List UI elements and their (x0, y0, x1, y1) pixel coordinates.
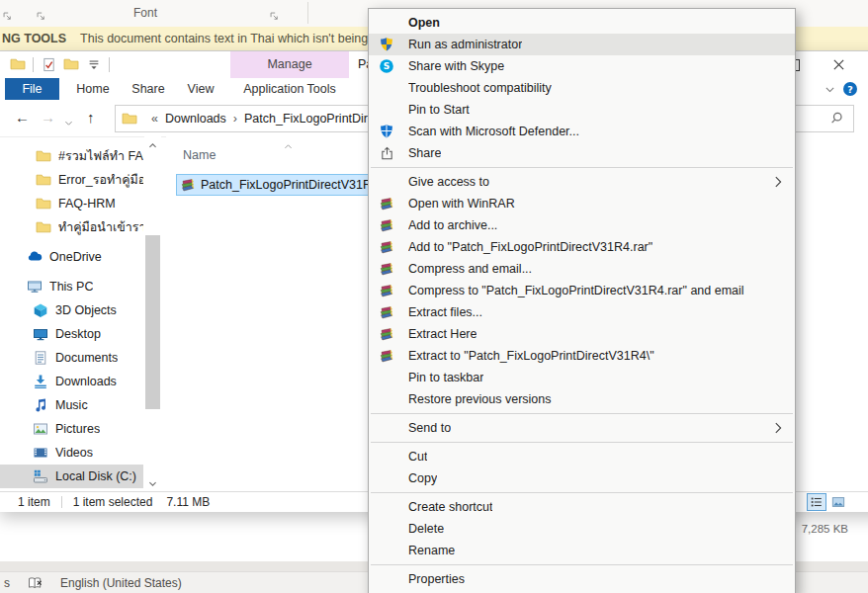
ribbon-collapse-icon[interactable] (824, 82, 836, 100)
folder-icon (36, 219, 52, 235)
sidebar-item-label: Local Disk (C:) (55, 469, 136, 483)
file-row-patch-fixlogoprintdirectv31r4-e[interactable]: Patch_FixLogoPrintDirectV31R4.e (176, 174, 370, 196)
submenu-arrow-icon (771, 421, 785, 435)
sidebar-item-downloads[interactable]: Downloads (0, 370, 143, 393)
column-header-name[interactable]: Name (183, 148, 216, 162)
menu-item-open-with-winrar[interactable]: Open with WinRAR (369, 193, 795, 214)
up-button[interactable]: ↑ (87, 107, 95, 128)
blank-icon (379, 543, 394, 558)
scrollbar-thumb[interactable] (145, 235, 160, 409)
menu-item-share[interactable]: Share (369, 142, 795, 164)
menu-item-compress-to-patch-fixlogoprintdirectv31r4-[interactable]: Compress to "Patch_FixLogoPrintDirectV31… (369, 280, 795, 301)
breadcrumb-overflow[interactable]: « (151, 112, 158, 126)
back-button[interactable]: ← (15, 107, 30, 128)
menu-item-label: Add to archive... (408, 218, 497, 232)
sidebar-item-local-disk-c[interactable]: Local Disk (C:) (0, 465, 143, 488)
blank-icon (379, 521, 394, 537)
dialog-launcher-icon[interactable] (269, 8, 280, 26)
sidebar-item-documents[interactable]: Documents (0, 346, 143, 370)
dialog-launcher-icon[interactable] (36, 8, 46, 26)
blank-icon (379, 174, 394, 190)
help-icon[interactable]: ? (842, 81, 858, 101)
banner-message: This document contains text in Thai whic… (80, 32, 390, 45)
sidebar-scrollbar[interactable] (144, 136, 161, 492)
breadcrumb-downloads[interactable]: Downloads (165, 112, 226, 126)
sidebar-item-desktop[interactable]: Desktop (0, 322, 143, 346)
menu-item-extract-to-patch-fixlogoprintdirectv31r4[interactable]: Extract to "Patch_FixLogoPrintDirectV31R… (369, 345, 795, 367)
sidebar-group-onedrive: OneDrive (0, 245, 143, 269)
dialog-launcher-icon[interactable] (2, 8, 13, 26)
scroll-up-icon[interactable] (146, 138, 159, 152)
close-button[interactable] (830, 56, 847, 73)
sidebar-item-3d-objects[interactable]: 3D Objects (0, 298, 143, 322)
banner-label: NG TOOLS (2, 32, 66, 45)
recent-locations-icon[interactable] (63, 113, 74, 134)
sidebar-item-error[interactable]: Error_รอทำคู่มือ (0, 168, 143, 192)
tab-view[interactable]: View (176, 78, 225, 100)
winrar-icon (379, 261, 394, 277)
language-status[interactable]: English (United States) (60, 576, 182, 590)
page-check-icon[interactable] (41, 56, 56, 72)
sidebar-item-faq-hrm[interactable]: FAQ-HRM (0, 192, 143, 215)
menu-item-troubleshoot-compatibility[interactable]: Troubleshoot compatibility (369, 77, 795, 99)
menu-item-add-to-patch-fixlogoprintdirectv31r4-rar[interactable]: Add to "Patch_FixLogoPrintDirectV31R4.ra… (369, 236, 795, 258)
menu-item-extract-here[interactable]: Extract Here (369, 323, 795, 345)
menu-separator (371, 442, 793, 443)
menu-item-label: Share (408, 146, 441, 160)
sidebar-item-music[interactable]: Music (0, 393, 143, 417)
menu-item-create-shortcut[interactable]: Create shortcut (369, 496, 795, 518)
sidebar-item-[interactable]: ทำคู่มือนำเข้ารายงา (0, 215, 143, 239)
sidebar-item-videos[interactable]: Videos (0, 441, 143, 465)
tab-home[interactable]: Home (65, 78, 121, 100)
menu-item-cut[interactable]: Cut (369, 446, 795, 467)
tab-application-tools[interactable]: Application Tools (234, 78, 345, 100)
breadcrumb-separator[interactable]: › (233, 112, 237, 126)
menu-item-label: Rename (408, 544, 455, 557)
proofing-book-icon[interactable] (28, 577, 44, 590)
contextual-tab-header[interactable]: Manage (230, 51, 349, 78)
menu-item-share-with-skype[interactable]: SShare with Skype (369, 55, 795, 77)
sidebar-item-faq[interactable]: #รวมไฟล์ทำ FAQ (0, 144, 143, 168)
menu-item-pin-to-start[interactable]: Pin to Start (369, 99, 795, 121)
menu-item-properties[interactable]: Properties (369, 568, 795, 590)
uac-shield-icon (379, 37, 394, 52)
menu-item-delete[interactable]: Delete (369, 518, 795, 540)
scroll-down-icon[interactable] (146, 476, 159, 490)
sidebar-group-this-pc: This PC3D ObjectsDesktopDocumentsDownloa… (0, 275, 143, 488)
sidebar-item-this-pc[interactable]: This PC (0, 275, 143, 298)
forward-button[interactable]: → (41, 107, 55, 128)
sidebar-item-onedrive[interactable]: OneDrive (0, 245, 143, 269)
menu-item-compress-and-email[interactable]: Compress and email... (369, 258, 795, 280)
menu-item-open[interactable]: Open (369, 12, 795, 34)
winrar-icon (379, 304, 394, 320)
sidebar-item-pictures[interactable]: Pictures (0, 417, 143, 441)
menu-item-rename[interactable]: Rename (369, 540, 795, 561)
menu-item-restore-previous-versions[interactable]: Restore previous versions (369, 388, 795, 410)
desktop-icon (33, 326, 49, 342)
tab-file[interactable]: File (5, 78, 59, 100)
menu-item-run-as-administrator[interactable]: Run as administrator (369, 34, 795, 55)
winrar-icon (379, 217, 394, 233)
menu-item-label: Compress to "Patch_FixLogoPrintDirectV31… (408, 284, 744, 297)
folder-icon (36, 196, 52, 212)
menu-item-copy[interactable]: Copy (369, 467, 795, 489)
svg-text:?: ? (847, 84, 853, 95)
menu-item-send-to[interactable]: Send to (369, 417, 795, 439)
menu-item-extract-files[interactable]: Extract files... (369, 301, 795, 323)
ribbon-group-divider (307, 2, 308, 24)
thumbnail-view-button[interactable] (828, 493, 848, 511)
sort-ascending-icon[interactable] (283, 138, 294, 156)
tab-share[interactable]: Share (121, 78, 176, 100)
blank-icon (379, 370, 394, 385)
menu-item-pin-to-taskbar[interactable]: Pin to taskbar (369, 367, 795, 388)
thispc-icon (27, 279, 43, 295)
window-title: Pa (358, 57, 368, 71)
menu-item-scan-with-microsoft-defender[interactable]: Scan with Microsoft Defender... (369, 121, 795, 142)
details-view-button[interactable] (807, 493, 826, 511)
folder-icon[interactable] (63, 56, 79, 72)
folder-icon[interactable] (10, 56, 26, 72)
winrar-icon (379, 348, 394, 364)
menu-item-give-access-to[interactable]: Give access to (369, 171, 795, 193)
menu-item-add-to-archive[interactable]: Add to archive... (369, 214, 795, 236)
qat-menu-icon[interactable] (86, 56, 102, 72)
